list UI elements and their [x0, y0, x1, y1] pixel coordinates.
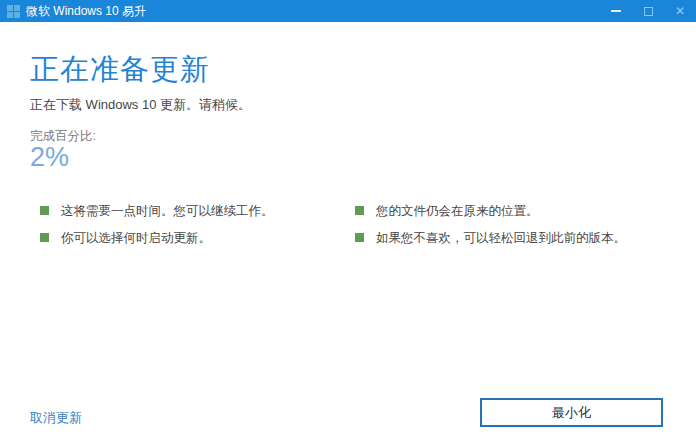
- window-title: 微软 Windows 10 易升: [26, 3, 146, 20]
- window-controls: ✕: [600, 0, 696, 22]
- page-title: 正在准备更新: [30, 50, 210, 90]
- bullet-square-icon: [40, 206, 49, 215]
- list-item: 你可以选择何时启动更新。: [40, 230, 360, 247]
- maximize-window-icon: [632, 0, 664, 22]
- list-item: 这将需要一点时间。您可以继续工作。: [40, 203, 360, 220]
- bullet-list-right: 您的文件仍会在原来的位置。 如果您不喜欢，可以轻松回退到此前的版本。: [355, 203, 675, 257]
- update-assistant-window: 微软 Windows 10 易升 ✕ 正在准备更新 正在下载 Windows 1…: [0, 0, 696, 441]
- bullet-text: 这将需要一点时间。您可以继续工作。: [61, 203, 274, 220]
- windows-logo-icon: [7, 5, 20, 18]
- bullet-text: 您的文件仍会在原来的位置。: [376, 203, 539, 220]
- status-text: 正在下载 Windows 10 更新。请稍候。: [30, 96, 251, 114]
- percent-complete-value: 2%: [30, 142, 69, 173]
- minimize-window-icon[interactable]: [600, 0, 632, 22]
- bullet-square-icon: [355, 233, 364, 242]
- bullet-text: 你可以选择何时启动更新。: [61, 230, 211, 247]
- cancel-update-link[interactable]: 取消更新: [30, 409, 82, 427]
- minimize-app-button[interactable]: 最小化: [480, 398, 663, 427]
- titlebar: 微软 Windows 10 易升 ✕: [0, 0, 696, 22]
- bullet-text: 如果您不喜欢，可以轻松回退到此前的版本。: [376, 230, 626, 247]
- list-item: 如果您不喜欢，可以轻松回退到此前的版本。: [355, 230, 675, 247]
- list-item: 您的文件仍会在原来的位置。: [355, 203, 675, 220]
- bullet-list-left: 这将需要一点时间。您可以继续工作。 你可以选择何时启动更新。: [40, 203, 360, 257]
- bullet-square-icon: [40, 233, 49, 242]
- bullet-square-icon: [355, 206, 364, 215]
- close-window-icon[interactable]: ✕: [664, 0, 696, 22]
